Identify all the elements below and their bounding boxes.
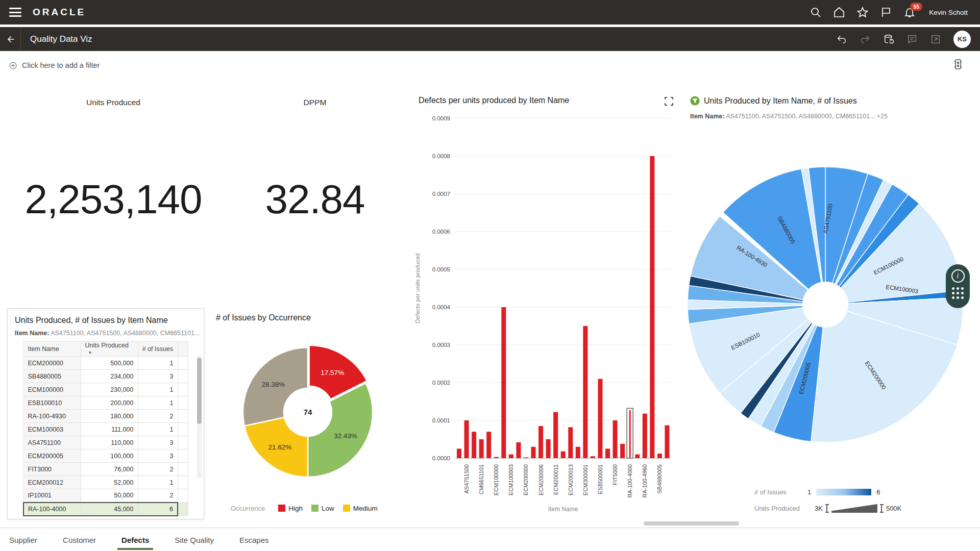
table-row[interactable]: RA-100-400045,0006	[23, 503, 188, 516]
back-button[interactable]	[0, 27, 20, 51]
table-cell[interactable]: SB4880005	[23, 370, 81, 383]
table-row[interactable]: RA-100-4930180,0002	[23, 410, 188, 423]
info-icon[interactable]: i	[951, 269, 965, 283]
legend-item-High[interactable]: High	[278, 505, 303, 512]
table-cell[interactable]: ECM200005	[23, 449, 81, 463]
search-icon[interactable]	[810, 6, 822, 18]
bar[interactable]	[665, 425, 669, 458]
donut-slice-Low[interactable]	[308, 383, 373, 477]
undo-icon[interactable]	[836, 34, 847, 45]
bar[interactable]	[479, 439, 484, 458]
table-row[interactable]: ECM200000500,0001	[23, 357, 188, 370]
table-cell[interactable]	[178, 383, 188, 396]
table-row[interactable]: FIT300076,0002	[23, 463, 188, 476]
table-cell[interactable]	[178, 449, 188, 463]
bar[interactable]	[583, 326, 587, 458]
table-cell[interactable]	[178, 423, 188, 436]
bar[interactable]	[568, 427, 573, 458]
table-cell[interactable]: 1	[138, 423, 178, 436]
table-cell[interactable]: 1	[138, 383, 178, 396]
table-row[interactable]: ECM100003111,0001	[23, 423, 188, 436]
table-cell[interactable]: 2	[138, 463, 178, 476]
table-cell[interactable]: 3	[138, 449, 178, 463]
bar-selected[interactable]	[627, 408, 633, 458]
table-header-row[interactable]: Item NameUnits Produced▼# of Issues	[23, 342, 188, 357]
table-cell[interactable]: ECM200000	[23, 357, 81, 370]
table-cell[interactable]: AS4751100	[23, 436, 81, 449]
table-cell[interactable]: 110,000	[81, 436, 138, 449]
table-cell[interactable]: 3	[138, 370, 178, 383]
bar[interactable]	[538, 426, 543, 458]
table-cell[interactable]: ECM100000	[23, 383, 81, 396]
table-cell[interactable]: 100,000	[81, 449, 138, 463]
add-filter-button[interactable]: Click here to add a filter	[9, 61, 100, 70]
tab-defects[interactable]: Defects	[120, 534, 150, 546]
tab-supplier[interactable]: Supplier	[8, 534, 38, 546]
table-cell[interactable]	[178, 357, 188, 370]
user-name[interactable]: Kevin Schott	[929, 9, 968, 16]
sort-desc-icon[interactable]: ▼	[88, 350, 92, 355]
bar[interactable]	[598, 379, 602, 458]
table-row[interactable]: ESB100010200,0001	[23, 396, 188, 410]
horizontal-scrollbar-thumb[interactable]	[644, 521, 739, 525]
table-cell[interactable]: 45,000	[81, 503, 138, 516]
table-cell[interactable]: 200,000	[81, 396, 138, 410]
scrollbar-thumb[interactable]	[197, 358, 202, 424]
table-row[interactable]: AS4751100110,0003	[23, 436, 188, 449]
table-cell[interactable]: ESB100010	[23, 396, 81, 410]
bar[interactable]	[650, 156, 654, 458]
table-cell[interactable]: ECM200012	[23, 476, 81, 489]
table-cell[interactable]	[178, 436, 188, 449]
table-cell[interactable]: FIT3000	[23, 463, 81, 476]
bar[interactable]	[620, 444, 625, 458]
table-cell[interactable]: 2	[138, 410, 178, 423]
table-cell[interactable]: IP10001	[23, 489, 81, 503]
table-cell[interactable]: 180,000	[81, 410, 138, 423]
column-header--of-issues[interactable]: # of Issues	[138, 342, 178, 357]
table-cell[interactable]: 234,000	[81, 370, 138, 383]
flag-icon[interactable]	[880, 6, 892, 18]
bar[interactable]	[613, 420, 618, 458]
table-cell[interactable]: 2	[138, 489, 178, 503]
table-row[interactable]: ECM200005100,0003	[23, 449, 188, 463]
table-cell[interactable]: 52,000	[81, 476, 138, 489]
table-cell[interactable]	[178, 489, 188, 503]
table-cell[interactable]: 1	[138, 396, 178, 410]
home-icon[interactable]	[833, 6, 845, 18]
bar[interactable]	[472, 432, 476, 458]
table-cell[interactable]: 1	[138, 357, 178, 370]
table-cell[interactable]: RA-100-4930	[23, 410, 81, 423]
favorites-star-icon[interactable]	[856, 6, 869, 18]
table-cell[interactable]: 1	[138, 476, 178, 489]
table-row[interactable]: IP1000150,0002	[23, 489, 188, 503]
column-header-item-name[interactable]: Item Name	[23, 342, 81, 357]
bar[interactable]	[591, 456, 595, 458]
table-cell[interactable]: 76,000	[81, 463, 138, 476]
bar[interactable]	[524, 458, 528, 458]
table-cell[interactable]: 230,000	[81, 383, 138, 396]
issues-by-occurrence-donut[interactable]: 17.57%32.43%21.62%28.38%74	[232, 337, 385, 490]
bar[interactable]	[486, 432, 491, 458]
visual-info-pill[interactable]: i	[946, 264, 970, 308]
table-cell[interactable]: RA-100-4000	[23, 503, 81, 516]
bar[interactable]	[576, 447, 580, 458]
table-cell[interactable]	[178, 370, 188, 383]
tab-site-quality[interactable]: Site Quality	[174, 534, 215, 546]
comments-icon[interactable]	[906, 34, 918, 45]
bar[interactable]	[531, 447, 536, 458]
refresh-data-icon[interactable]	[883, 34, 894, 45]
bar[interactable]	[635, 455, 640, 458]
table-cell[interactable]: 3	[138, 436, 178, 449]
table-cell[interactable]: 50,000	[81, 489, 138, 503]
table-cell[interactable]	[178, 476, 188, 489]
export-icon[interactable]	[930, 34, 941, 45]
bar[interactable]	[457, 449, 461, 459]
bar[interactable]	[509, 455, 513, 458]
bar[interactable]	[657, 454, 662, 458]
table-row[interactable]: SB4880005234,0003	[23, 370, 188, 383]
hamburger-menu-icon[interactable]	[9, 8, 21, 17]
table-vertical-scrollbar[interactable]	[197, 356, 202, 478]
table-cell[interactable]	[178, 396, 188, 410]
redo-icon[interactable]	[860, 34, 871, 45]
legend-item-Medium[interactable]: Medium	[343, 505, 378, 512]
